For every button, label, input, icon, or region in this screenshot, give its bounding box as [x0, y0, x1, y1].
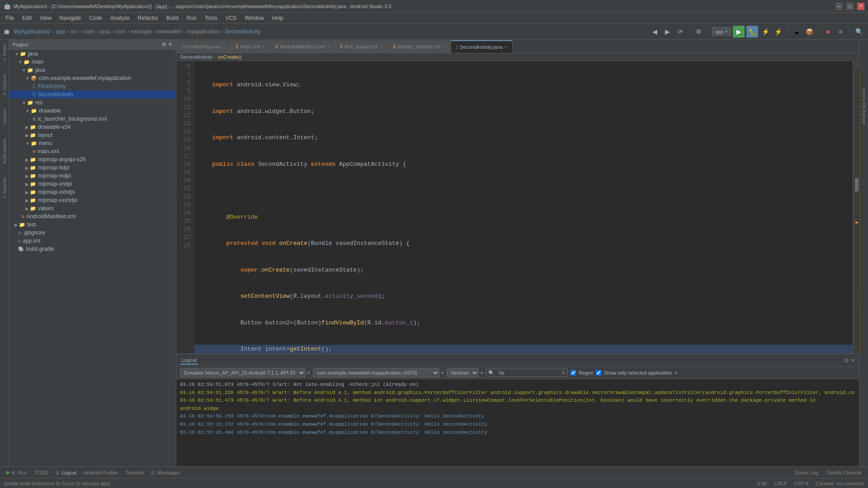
logcat-content[interactable]: 03-16 02:54:51.073 4570-4570/? I/art: No… [176, 379, 859, 466]
project-settings-icon[interactable]: ⚙ [162, 42, 166, 47]
tab-firstactivity[interactable]: J FirstActivity.java ✕ [176, 40, 231, 53]
tree-item-secondactivity[interactable]: C SecondActivity [9, 90, 176, 99]
sdk-manager-button[interactable]: 📦 [804, 26, 815, 37]
tree-item-java-root[interactable]: ▼ 📁 java [9, 50, 176, 58]
tree-item-mipmap-mdpi[interactable]: ▶ 📁 mipmap-mdpi [9, 172, 176, 180]
tree-item-ic-launcher[interactable]: X ic_launcher_background.xml [9, 115, 176, 123]
tree-item-main[interactable]: ▼ 📁 main [9, 58, 176, 66]
verbosity-selector[interactable]: Verbose [447, 368, 479, 377]
left-strip-build-variants[interactable]: Build Variants [2, 137, 7, 165]
package-dropdown-icon[interactable]: ▾ [441, 370, 444, 376]
menu-code[interactable]: Code [85, 14, 106, 22]
tree-item-main-xml[interactable]: ≡ main.xml [9, 147, 176, 155]
tree-item-build-gradle[interactable]: 🐘 build.gradle [9, 245, 176, 253]
bottom-tab-gradle-console[interactable]: Gradle Console [825, 469, 864, 476]
editor-scrollbar[interactable]: ⬛ [853, 61, 859, 353]
bottom-tab-todo[interactable]: TODO [31, 469, 51, 476]
more-button[interactable]: ≡ [835, 26, 846, 37]
profile-button[interactable]: ⚡ [760, 26, 771, 37]
back-button[interactable]: ◀ [650, 26, 660, 37]
avd-manager-button[interactable]: 📱 [791, 26, 802, 37]
tree-item-drawable-v24[interactable]: ▶ 📁 drawable-v24 [9, 123, 176, 131]
tab-close-activitysecond[interactable]: ✕ [443, 44, 446, 49]
tab-mainxml[interactable]: X main.xml ✕ [231, 40, 271, 53]
bottom-tab-run[interactable]: ▶ 4: Run [4, 469, 29, 476]
tree-item-menu[interactable]: ▼ 📁 menu [9, 139, 176, 147]
tree-item-mipmap-xxhdpi[interactable]: ▶ 📁 mipmap-xxhdpi [9, 188, 176, 196]
tree-item-test[interactable]: ▶ 📁 test [9, 221, 176, 229]
bottom-tab-logcat[interactable]: 6: Logcat [53, 469, 79, 476]
tree-item-package[interactable]: ▼ 📦 com.example.ewewwfef.myapplication [9, 74, 176, 82]
tab-activity-second[interactable]: X activity_second.xml ✕ [388, 40, 451, 53]
left-strip-captures[interactable]: Captures [2, 107, 7, 127]
logcat-settings-icon[interactable]: ⚙ [844, 357, 849, 364]
package-selector[interactable]: com.example.ewewwfef.myapplication (4570… [313, 368, 439, 377]
tree-item-layout[interactable]: ▶ 📁 layout [9, 131, 176, 139]
forward-button[interactable]: ▶ [662, 26, 673, 37]
bc-secondactivity[interactable]: SecondActivity [225, 28, 261, 35]
sync-button[interactable]: ⟳ [675, 26, 686, 37]
menu-vcs[interactable]: VCS [222, 14, 241, 22]
tab-close-firstactivity[interactable]: ✕ [222, 44, 226, 49]
bc-java[interactable]: java [100, 28, 110, 35]
logcat-close-icon[interactable]: ✕ [851, 357, 855, 364]
tree-item-mipmap-hdpi[interactable]: ▶ 📁 mipmap-hdpi [9, 164, 176, 172]
menu-view[interactable]: View [36, 14, 55, 22]
left-strip-structure[interactable]: 2: Structure [2, 72, 7, 97]
breadcrumb-method[interactable]: onCreate() [218, 54, 242, 60]
search-everywhere-button[interactable]: 🔍 [854, 26, 864, 37]
tree-item-androidmanifest[interactable]: ≡ AndroidManifest.xml [9, 212, 176, 221]
run-button[interactable]: ▶ [733, 26, 745, 38]
left-strip-favorites[interactable]: 2: Favorites [2, 175, 7, 200]
clear-search-icon[interactable]: ✕ [560, 370, 567, 376]
scrollbar-thumb[interactable] [855, 178, 859, 192]
bottom-tab-android-profiler[interactable]: Android Profiler [81, 469, 121, 476]
tab-secondactivity[interactable]: J SecondActivity.java ✕ [451, 40, 513, 53]
tree-item-mipmap-xhdpi[interactable]: ▶ 📁 mipmap-xhdpi [9, 180, 176, 188]
apply-changes-button[interactable]: ⚡ [773, 26, 783, 37]
project-close-icon[interactable]: ✕ [168, 42, 172, 47]
tree-item-gitignore[interactable]: ≡ .gitignore [9, 229, 176, 237]
bottom-tab-terminal[interactable]: Terminal [123, 469, 147, 476]
menu-refactor[interactable]: Refactor [134, 14, 162, 22]
tree-item-mipmap-xxxhdpi[interactable]: ▶ 📁 mipmap-xxxhdpi [9, 196, 176, 204]
tab-androidmanifest[interactable]: X AndroidManifest.xml ✕ [270, 40, 335, 53]
tree-item-res[interactable]: ▼ 📁 res [9, 99, 176, 107]
tree-item-mipmap-anydpi[interactable]: ▶ 📁 mipmap-anydpi-v26 [9, 155, 176, 164]
menu-help[interactable]: Help [269, 14, 287, 22]
bc-ewewwfef[interactable]: ewewwfef [157, 28, 181, 35]
emulator-selector[interactable]: Emulator Nexus_6P_API_25 Android 7.1.1, … [180, 368, 306, 377]
tab-first-layout[interactable]: X first_layout.xml ✕ [335, 40, 388, 53]
settings-button[interactable]: ⚙ [693, 26, 704, 37]
run-config-selector[interactable]: app ▾ [712, 27, 731, 36]
tree-item-drawable[interactable]: ▼ 📁 drawable [9, 107, 176, 115]
menu-file[interactable]: File [2, 14, 18, 22]
tree-item-firstactivity[interactable]: C FirstActivity [9, 82, 176, 90]
window-controls[interactable]: ─ □ ✕ [835, 3, 864, 10]
status-line-ending[interactable]: CRLF [774, 481, 787, 486]
logcat-tab-logcat[interactable]: Logcat [180, 357, 198, 365]
tree-item-java[interactable]: ▼ 📁 java [9, 66, 176, 74]
regex-checkbox[interactable] [571, 370, 576, 375]
menu-build[interactable]: Build [163, 14, 182, 22]
tree-item-values[interactable]: ▶ 📁 values [9, 204, 176, 212]
bottom-tab-messages[interactable]: 0: Messages [149, 469, 183, 476]
maximize-button[interactable]: □ [846, 3, 854, 10]
show-only-selected-checkbox[interactable] [596, 370, 601, 375]
bc-app[interactable]: app [56, 28, 65, 35]
tab-close-firstlayout[interactable]: ✕ [380, 44, 383, 49]
close-button[interactable]: ✕ [857, 3, 864, 10]
breadcrumb-class[interactable]: SecondActivity [180, 54, 212, 60]
logcat-search-input[interactable] [496, 369, 560, 376]
debug-button[interactable]: 🐛 [746, 26, 758, 38]
code-content[interactable]: import android.view.View; import android… [194, 61, 853, 353]
menu-analyze[interactable]: Analyze [107, 14, 133, 22]
tab-close-androidmanifest[interactable]: ✕ [327, 44, 330, 49]
bottom-tab-event-log[interactable]: Event Log [793, 469, 821, 476]
bc-myapplication[interactable]: myapplication [186, 28, 219, 35]
bc-project[interactable]: MyApplication2 [14, 28, 50, 35]
bc-main[interactable]: main [83, 28, 94, 35]
tree-item-app-iml[interactable]: ≡ app.iml [9, 237, 176, 245]
bc-example[interactable]: example [131, 28, 151, 35]
status-position[interactable]: 6:98 [757, 481, 767, 486]
